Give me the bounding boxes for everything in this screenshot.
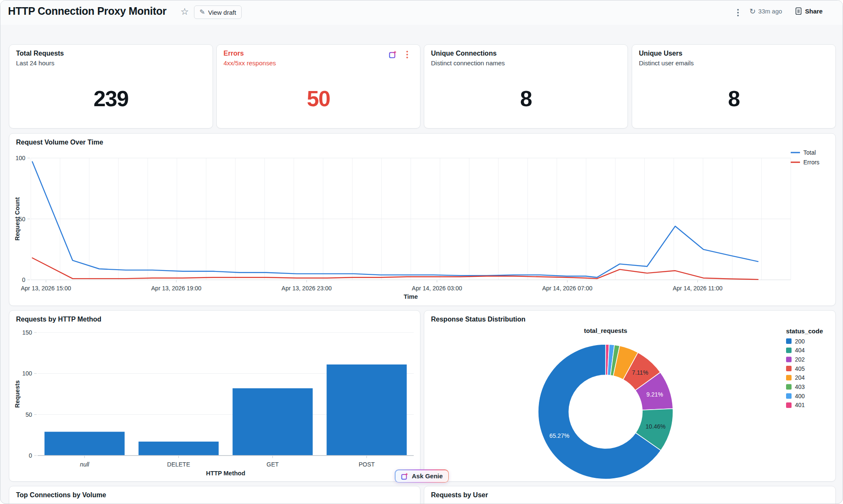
donut-title: total_requests — [584, 327, 628, 334]
kpi-title: Unique Users — [639, 50, 682, 57]
legend-item-404[interactable]: 404 — [786, 347, 805, 354]
legend-item-400[interactable]: 400 — [786, 393, 805, 399]
y-tick-label: 50 — [25, 411, 32, 418]
status-donut-chart: total_requests7.11%9.21%10.46%65.27%stat… — [424, 311, 835, 480]
x-tick-label: Apr 13, 2026 15:00 — [21, 285, 71, 292]
legend-item-202[interactable]: 202 — [786, 356, 805, 363]
svg-text:204: 204 — [795, 374, 805, 381]
kpi-value: 8 — [424, 86, 628, 111]
y-axis-title: Requests — [14, 380, 21, 407]
kpi-subtitle: Last 24 hours — [16, 59, 54, 67]
kpi-card-unique-users: Unique Users Distinct user emails 8 — [632, 44, 836, 129]
kpi-value: 8 — [632, 86, 835, 111]
svg-text:401: 401 — [795, 402, 805, 408]
kpi-title: Unique Connections — [431, 50, 497, 57]
refresh-icon: ↻ — [749, 8, 756, 15]
view-draft-label: View draft — [208, 9, 236, 16]
ask-genie-button[interactable]: Ask Genie — [395, 469, 449, 483]
genie-icon[interactable] — [389, 50, 397, 59]
share-button[interactable]: Share — [795, 7, 823, 15]
y-tick-label: 100 — [22, 370, 32, 377]
x-tick-label: GET — [267, 461, 279, 468]
favorite-star-icon[interactable]: ☆ — [180, 5, 189, 18]
svg-text:405: 405 — [795, 365, 805, 372]
header-kebab-menu[interactable] — [733, 7, 743, 19]
y-axis-title: Request Count — [14, 197, 21, 241]
genie-icon — [401, 472, 409, 480]
genie-icon — [389, 50, 397, 59]
last-refresh-time: 33m ago — [758, 8, 782, 15]
svg-text:Total: Total — [803, 149, 816, 156]
legend-item-errors[interactable]: Errors — [791, 159, 819, 166]
kpi-subtitle: 4xx/5xx responses — [224, 59, 276, 67]
dashboard-header: HTTP Connection Proxy Monitor ☆ ✎ View d… — [0, 0, 843, 25]
slice-label: 10.46% — [646, 423, 665, 430]
svg-text:200: 200 — [795, 338, 805, 345]
kpi-card-total-requests: Total Requests Last 24 hours 239 — [9, 44, 213, 129]
y-tick-label: 150 — [22, 329, 32, 336]
bar-null[interactable] — [45, 432, 125, 456]
svg-text:403: 403 — [795, 383, 805, 390]
x-axis-title: HTTP Method — [206, 470, 245, 477]
series-total — [32, 162, 758, 278]
panel-http-methods: Requests by HTTP Method 050100150nullDEL… — [9, 310, 420, 482]
kebab-icon — [737, 9, 739, 16]
slice-label: 9.21% — [646, 391, 663, 398]
svg-text:404: 404 — [795, 347, 805, 354]
kpi-subtitle: Distinct user emails — [639, 59, 694, 67]
legend-item-405[interactable]: 405 — [786, 365, 805, 372]
panel-request-volume: Request Volume Over Time 050100Apr 13, 2… — [9, 133, 836, 306]
kebab-icon — [406, 51, 408, 59]
kpi-subtitle: Distinct connection names — [431, 59, 505, 67]
x-tick-label: POST — [358, 461, 375, 468]
ask-genie-label: Ask Genie — [412, 472, 443, 480]
kpi-title: Errors — [224, 50, 244, 57]
x-tick-label: null — [80, 461, 90, 468]
x-tick-label: Apr 14, 2026 11:00 — [673, 285, 722, 292]
x-tick-label: Apr 13, 2026 23:00 — [282, 285, 332, 292]
legend-item-204[interactable]: 204 — [786, 374, 805, 381]
kpi-title: Total Requests — [16, 50, 64, 57]
slice-label: 7.11% — [632, 369, 648, 376]
series-errors — [32, 258, 758, 279]
panel-title: Top Connections by Volume — [16, 491, 106, 499]
legend-item-200[interactable]: 200 — [786, 338, 805, 345]
request-volume-line-chart: 050100Apr 13, 2026 15:00Apr 13, 2026 19:… — [9, 134, 835, 305]
y-tick-label: 0 — [22, 276, 25, 283]
y-tick-label: 0 — [29, 452, 32, 459]
x-tick-label: DELETE — [167, 461, 190, 468]
http-method-bar-chart: 050100150nullDELETEGETPOSTHTTP MethodReq… — [9, 311, 419, 480]
x-tick-label: Apr 14, 2026 03:00 — [412, 285, 462, 292]
kpi-card-unique-connections: Unique Connections Distinct connection n… — [424, 44, 628, 129]
legend-title: status_code — [786, 327, 823, 335]
legend-item-401[interactable]: 401 — [786, 402, 805, 408]
pencil-icon: ✎ — [199, 9, 205, 16]
x-tick-label: Apr 13, 2026 19:00 — [151, 285, 202, 292]
refresh-button[interactable]: ↻ 33m ago — [749, 8, 782, 15]
panel-status-distribution: Response Status Distribution total_reque… — [424, 310, 836, 482]
svg-text:400: 400 — [795, 393, 805, 399]
ask-genie-button-inner: Ask Genie — [396, 470, 448, 482]
bar-GET[interactable] — [233, 388, 313, 456]
slice-label: 65.27% — [549, 432, 569, 439]
kpi-value: 50 — [217, 86, 420, 111]
kpi-value: 239 — [9, 86, 213, 111]
legend-item-total[interactable]: Total — [791, 149, 816, 156]
panel-top-connections: Top Connections by Volume — [9, 486, 420, 504]
svg-text:Errors: Errors — [803, 159, 819, 166]
kpi-card-errors: Errors 4xx/5xx responses 50 — [216, 44, 420, 129]
panel-requests-by-user: Requests by User — [424, 486, 836, 504]
share-label: Share — [805, 8, 823, 15]
share-document-icon — [795, 7, 802, 15]
page-title: HTTP Connection Proxy Monitor — [8, 5, 167, 17]
bar-POST[interactable] — [327, 365, 407, 456]
bar-DELETE[interactable] — [139, 442, 219, 456]
panel-title: Requests by User — [431, 491, 488, 499]
card-kebab-menu[interactable] — [406, 51, 408, 59]
svg-text:202: 202 — [795, 356, 805, 363]
dashboard-page: HTTP Connection Proxy Monitor ☆ ✎ View d… — [0, 0, 843, 504]
legend-item-403[interactable]: 403 — [786, 383, 805, 390]
view-draft-button[interactable]: ✎ View draft — [194, 5, 242, 19]
x-tick-label: Apr 14, 2026 07:00 — [542, 285, 593, 292]
y-tick-label: 100 — [16, 155, 26, 161]
